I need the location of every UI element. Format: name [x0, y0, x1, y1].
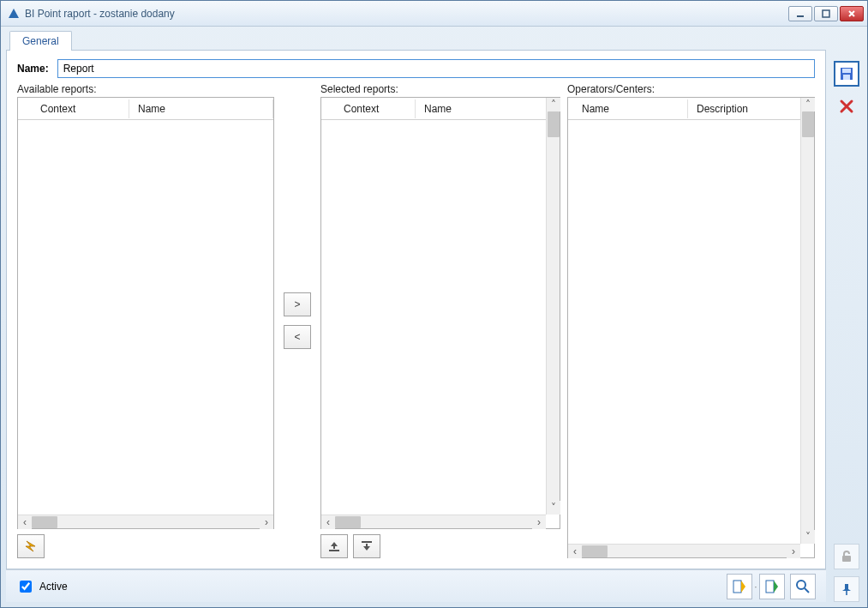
scroll-down-icon[interactable]: ˅	[547, 501, 560, 515]
unlock-button[interactable]	[834, 544, 859, 569]
move-right-button[interactable]: >	[284, 292, 311, 316]
selected-grid-header: Context Name	[321, 98, 560, 120]
save-button[interactable]	[834, 61, 859, 87]
v-scrollbar[interactable]: ˄ ˅	[546, 98, 560, 515]
scroll-thumb[interactable]	[548, 111, 560, 137]
app-window: BI Point raport - zostanie dodany Genera…	[0, 0, 868, 608]
app-icon	[8, 8, 20, 20]
svg-rect-4	[733, 581, 741, 593]
close-button[interactable]	[840, 6, 864, 21]
active-label: Active	[39, 581, 68, 593]
main-column: General Name: Available reports: Context	[6, 30, 826, 602]
col-context[interactable]: Context	[18, 99, 129, 118]
h-scrollbar[interactable]: ‹ ›	[321, 515, 546, 528]
svg-rect-9	[843, 75, 850, 80]
refresh-button[interactable]	[17, 534, 45, 558]
scroll-thumb[interactable]	[32, 516, 57, 528]
scroll-thumb[interactable]	[802, 111, 814, 137]
maximize-button[interactable]	[814, 6, 838, 21]
col-name[interactable]: Name	[129, 99, 273, 118]
v-scrollbar[interactable]: ˄ ˅	[800, 98, 814, 544]
right-rail	[831, 30, 862, 602]
selected-grid-body	[321, 120, 560, 528]
active-checkbox[interactable]	[20, 581, 32, 593]
svg-rect-10	[842, 556, 851, 562]
selected-reports-grid[interactable]: Context Name ˄ ˅ ‹	[320, 97, 560, 529]
scroll-up-icon[interactable]: ˄	[547, 98, 560, 111]
move-down-button[interactable]	[353, 534, 380, 558]
scroll-thumb[interactable]	[335, 516, 361, 528]
col-context[interactable]: Context	[321, 99, 416, 118]
name-row: Name:	[17, 59, 815, 78]
active-checkbox-wrap[interactable]: Active	[16, 578, 68, 595]
svg-point-6	[797, 581, 805, 589]
scroll-thumb[interactable]	[582, 545, 608, 557]
window-controls	[788, 6, 864, 21]
lists-row: Available reports: Context Name ‹	[17, 83, 815, 558]
scroll-left-icon[interactable]: ‹	[321, 515, 335, 529]
name-label: Name:	[17, 63, 49, 75]
delete-button[interactable]	[834, 93, 859, 119]
available-reports-label: Available reports:	[17, 83, 274, 95]
svg-rect-8	[842, 69, 851, 73]
operators-grid-body	[568, 120, 814, 557]
operators-grid[interactable]: Name Description ˄ ˅ ‹	[567, 97, 815, 558]
svg-rect-1	[823, 10, 829, 17]
tab-general[interactable]: General	[9, 31, 72, 51]
general-panel: Name: Available reports: Context Name	[6, 50, 826, 569]
h-scrollbar[interactable]: ‹ ›	[568, 544, 800, 557]
apply-close-button[interactable]	[759, 574, 785, 599]
search-button[interactable]	[790, 574, 816, 599]
scroll-right-icon[interactable]: ›	[260, 515, 273, 529]
col-name[interactable]: Name	[416, 99, 560, 118]
col-op-description[interactable]: Description	[688, 99, 814, 118]
operators-section: Operators/Centers: Name Description ˄	[567, 83, 815, 558]
svg-rect-2	[329, 550, 339, 551]
h-scrollbar[interactable]: ‹ ›	[18, 515, 273, 528]
col-op-name[interactable]: Name	[568, 99, 688, 118]
svg-rect-3	[362, 541, 372, 543]
body: General Name: Available reports: Context	[1, 27, 867, 607]
apply-changes-button[interactable]	[727, 574, 752, 599]
name-input[interactable]	[57, 59, 815, 78]
scroll-right-icon[interactable]: ›	[787, 545, 800, 558]
selected-reports-label: Selected reports:	[320, 83, 560, 95]
available-reports-grid[interactable]: Context Name ‹ ›	[17, 97, 274, 529]
tabstrip: General	[9, 30, 826, 50]
scroll-left-icon[interactable]: ‹	[568, 545, 582, 558]
operators-grid-header: Name Description	[568, 98, 814, 120]
operators-label: Operators/Centers:	[567, 83, 815, 95]
scroll-left-icon[interactable]: ‹	[18, 515, 32, 529]
scroll-up-icon[interactable]: ˄	[801, 98, 815, 111]
scroll-right-icon[interactable]: ›	[532, 515, 546, 529]
titlebar: BI Point raport - zostanie dodany	[1, 1, 867, 27]
pin-button[interactable]	[834, 576, 859, 602]
minimize-button[interactable]	[788, 6, 812, 21]
window-title: BI Point raport - zostanie dodany	[25, 8, 788, 20]
svg-rect-0	[797, 15, 804, 17]
mover-column: > <	[281, 83, 314, 558]
scroll-down-icon[interactable]: ˅	[801, 530, 815, 544]
move-up-button[interactable]	[320, 534, 348, 558]
footer-sep: ·	[752, 581, 759, 593]
footer: Active ·	[6, 569, 826, 602]
available-grid-body	[18, 120, 273, 528]
available-grid-header: Context Name	[18, 98, 273, 120]
available-reports-section: Available reports: Context Name ‹	[17, 83, 274, 558]
svg-rect-5	[766, 581, 774, 593]
svg-rect-11	[846, 591, 847, 595]
selected-reports-section: Selected reports: Context Name ˄	[320, 83, 560, 558]
move-left-button[interactable]: <	[284, 325, 311, 349]
